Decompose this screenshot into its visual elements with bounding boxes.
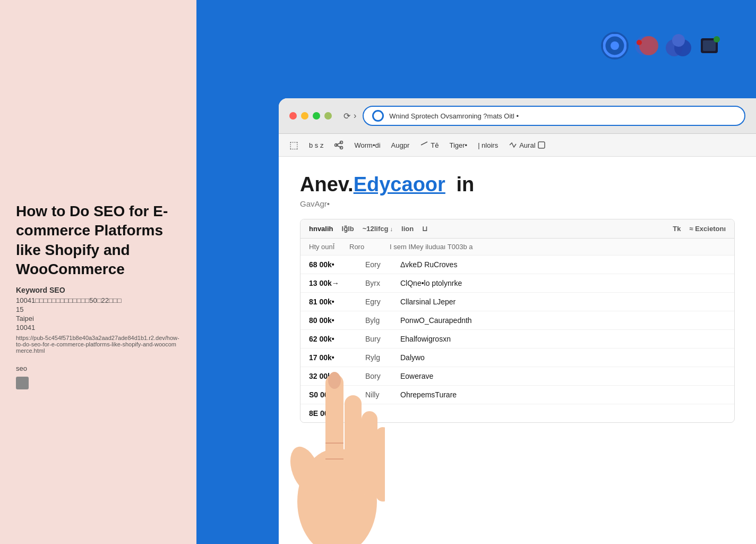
keyword-cell: Cllarsinal LJeper xyxy=(400,298,726,306)
table-row: 8E 00k• xyxy=(300,404,734,422)
sidebar-title: How to Do SEO for E-commerce Platforms l… xyxy=(16,202,181,279)
th-excietons: ≈ Excietonı xyxy=(689,225,726,233)
table-row: 68 00k• Eory ΔvkeD RuCroves xyxy=(300,256,734,274)
toolbar-icon-0: ⬚ xyxy=(289,139,298,151)
sidebar-meta-line3: Taipei xyxy=(16,314,181,322)
browser-icons xyxy=(601,32,724,60)
data-table: hnvalih lg̃lb ~12lifcg lion ⊔ Tk ≈ Excie… xyxy=(300,219,735,423)
svg-point-7 xyxy=(672,34,685,47)
volume-cell: S0 00k• xyxy=(309,390,357,399)
volume-cell: 80 00k• xyxy=(309,316,357,325)
toolbar-item-augpr[interactable]: Augpr xyxy=(391,141,410,149)
browser-icon-2 xyxy=(633,32,660,60)
table-row: S0 00k• Nilly OhrepemsTurare xyxy=(300,386,734,404)
subheader-cell2: Roro xyxy=(349,243,381,251)
sidebar-meta-line4: 10041 xyxy=(16,324,181,332)
main-area: ⟳ › Wnind Sprotech Ovsamroning ?mats Oit… xyxy=(196,0,756,544)
keyword-cell: ClQne•lo ptolynrke xyxy=(400,279,726,287)
traffic-light-red[interactable] xyxy=(289,112,297,120)
browser-toolbar: ⬚ b s z Worm•di Augpr Tē Tiger• | nloirs xyxy=(279,134,756,157)
table-row: 13 00k→ Byrx ClQne•lo ptolynrke xyxy=(300,274,734,293)
traffic-lights xyxy=(289,112,332,120)
browser-content: Anev.Edycaoor in GavAgr• hnvalih lg̃lb ~… xyxy=(279,157,756,544)
toolbar-item-0[interactable]: ⬚ xyxy=(289,139,298,151)
toolbar-item-te[interactable]: Tē xyxy=(420,141,439,149)
toolbar-item-1[interactable]: b s z xyxy=(309,141,323,149)
keyword-cell: Dalywo xyxy=(400,353,726,362)
sidebar: How to Do SEO for E-commerce Platforms l… xyxy=(0,0,196,544)
th-tk: Tk xyxy=(673,225,681,233)
svg-point-4 xyxy=(637,40,642,45)
sidebar-meta-line1: 10041□□□□□□□□□□□□□50□22□□□ xyxy=(16,296,181,304)
page-subheading: GavAgr• xyxy=(300,199,735,208)
svg-rect-17 xyxy=(538,142,545,148)
toolbar-item-aural[interactable]: Aural xyxy=(509,141,545,149)
svg-line-16 xyxy=(421,142,427,145)
browser-chrome: ⟳ › Wnind Sprotech Ovsamroning ?mats Oit… xyxy=(279,98,756,134)
heading-part1: Anev. xyxy=(300,173,354,196)
th-lion: lion xyxy=(401,225,414,233)
th-lglb: lg̃lb xyxy=(342,225,354,233)
table-subheader: Hty ounĪ Roro I sem IMey iluduaı T003b a xyxy=(300,239,734,256)
volume-cell: 81 00k• xyxy=(309,298,357,306)
th-icon: ⊔ xyxy=(422,225,427,233)
keyword-cell: Ehalfowigrosxn xyxy=(400,335,726,343)
kd-cell: Rylg xyxy=(365,353,392,362)
browser-window: ⟳ › Wnind Sprotech Ovsamroning ?mats Oit… xyxy=(279,98,756,544)
volume-cell: 13 00k→ xyxy=(309,279,357,287)
kd-cell: Nilly xyxy=(365,390,392,399)
svg-point-1 xyxy=(611,41,619,50)
nav-forward-button[interactable]: › xyxy=(354,111,356,121)
toolbar-item-tiger[interactable]: Tiger• xyxy=(449,141,467,149)
keyword-cell: ΔvkeD RuCroves xyxy=(400,260,726,269)
toolbar-item-wormd[interactable]: Worm•di xyxy=(354,141,380,149)
browser-icon-4 xyxy=(697,32,724,60)
address-bar[interactable]: Wnind Sprotech Ovsamroning ?mats Oitl • xyxy=(363,106,745,126)
svg-point-3 xyxy=(639,36,658,55)
traffic-light-extra xyxy=(324,112,332,120)
keyword-cell: OhrepemsTurare xyxy=(400,390,726,399)
sidebar-meta-line2: 15 xyxy=(16,305,181,313)
address-circle-icon xyxy=(372,110,384,122)
volume-cell: 32 00k• xyxy=(309,372,357,380)
th-12lifcg[interactable]: ~12lifcg xyxy=(363,225,393,233)
keyword-cell: PonwO_Caurapednth xyxy=(400,316,726,325)
heading-part2: Edycaoor xyxy=(354,173,445,196)
table-row: 32 00k• Bory Eowerave xyxy=(300,367,734,386)
kd-cell: Egry xyxy=(365,298,392,306)
volume-cell: 68 00k• xyxy=(309,260,357,269)
address-text: Wnind Sprotech Ovsamroning ?mats Oitl • xyxy=(389,112,736,120)
keyword-cell: Eowerave xyxy=(400,372,726,380)
svg-rect-9 xyxy=(703,40,716,51)
browser-icon-3 xyxy=(665,32,692,60)
browser-icon-1 xyxy=(601,32,629,60)
sidebar-meta-label: Keyword SEO xyxy=(16,286,181,294)
toolbar-item-share[interactable] xyxy=(334,140,343,150)
nav-buttons: ⟳ › xyxy=(343,111,356,121)
sidebar-url: https://pub-5c454f571b8e40a3a2aad27ade84… xyxy=(16,335,181,354)
heading-part3: in xyxy=(456,173,474,196)
toolbar-item-nloirs[interactable]: | nloirs xyxy=(478,141,498,149)
table-header: hnvalih lg̃lb ~12lifcg lion ⊔ Tk ≈ Excie… xyxy=(300,219,734,239)
table-row: 80 00k• Bylg PonwO_Caurapednth xyxy=(300,311,734,330)
table-row: 17 00k• Rylg Dalywo xyxy=(300,348,734,367)
kd-cell: Bylg xyxy=(365,316,392,325)
page-heading: Anev.Edycaoor in xyxy=(300,173,735,197)
volume-cell: 17 00k• xyxy=(309,353,357,362)
table-row: 62 00k• Bury Ehalfowigrosxn xyxy=(300,330,734,348)
nav-back-button[interactable]: ⟳ xyxy=(343,111,350,121)
kd-cell: Bury xyxy=(365,335,392,343)
sidebar-tag-icon xyxy=(16,377,29,389)
subheader-cell3: I sem IMey iluduaı T003b a xyxy=(390,243,473,251)
th-hnvalih: hnvalih xyxy=(309,225,333,233)
kd-cell: Eory xyxy=(365,260,392,269)
sidebar-tag: seo xyxy=(16,364,181,372)
table-row: 81 00k• Egry Cllarsinal LJeper xyxy=(300,293,734,311)
subheader-cell1: Hty ounĪ xyxy=(309,243,341,251)
traffic-light-yellow[interactable] xyxy=(301,112,308,120)
volume-cell: 8E 00k• xyxy=(309,409,357,418)
traffic-light-green[interactable] xyxy=(313,112,320,120)
svg-point-10 xyxy=(714,36,720,42)
volume-cell: 62 00k• xyxy=(309,335,357,343)
page-heading-container: Anev.Edycaoor in GavAgr• xyxy=(300,173,735,208)
